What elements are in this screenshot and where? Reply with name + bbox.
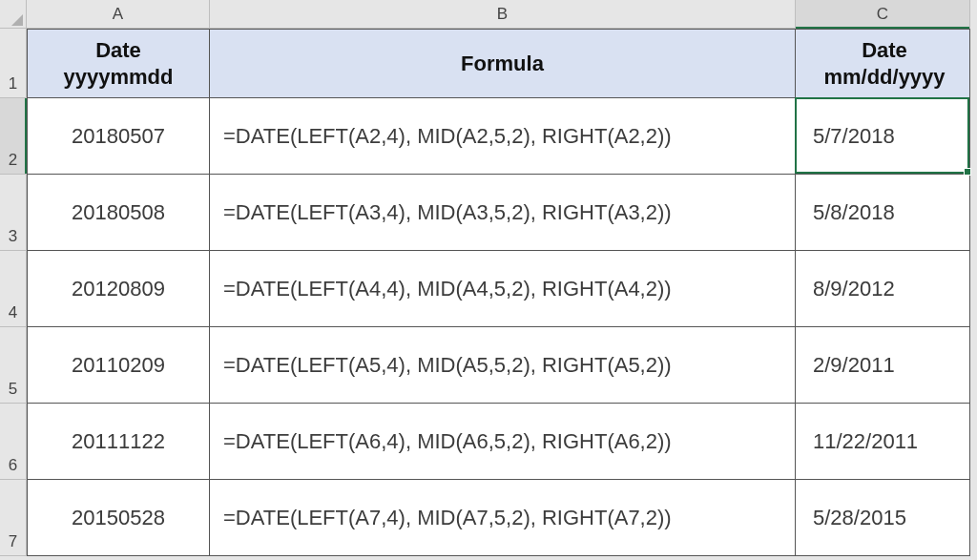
header-C: Date mm/dd/yyyy [823, 37, 945, 90]
cell-B6[interactable]: =DATE(LEFT(A6,4), MID(A6,5,2), RIGHT(A6,… [210, 404, 796, 480]
cell-A1[interactable]: Date yyyymmdd [27, 29, 210, 98]
cell-value: =DATE(LEFT(A3,4), MID(A3,5,2), RIGHT(A3,… [223, 200, 672, 225]
cell-A4[interactable]: 20120809 [27, 251, 210, 327]
cell-B4[interactable]: =DATE(LEFT(A4,4), MID(A4,5,2), RIGHT(A4,… [210, 251, 796, 327]
row-header-1[interactable]: 1 [0, 29, 27, 98]
cell-B1[interactable]: Formula [210, 29, 796, 98]
table-row: 20180508 =DATE(LEFT(A3,4), MID(A3,5,2), … [27, 175, 970, 251]
row-header-2[interactable]: 2 [0, 98, 27, 175]
cell-B5[interactable]: =DATE(LEFT(A5,4), MID(A5,5,2), RIGHT(A5,… [210, 327, 796, 404]
cell-value: 20111122 [72, 429, 165, 454]
cell-B7[interactable]: =DATE(LEFT(A7,4), MID(A7,5,2), RIGHT(A7,… [210, 480, 796, 556]
cell-B2[interactable]: =DATE(LEFT(A2,4), MID(A2,5,2), RIGHT(A2,… [210, 98, 796, 175]
column-header-C[interactable]: C [796, 0, 970, 29]
header-A: Date yyyymmdd [64, 37, 174, 90]
row-header-4[interactable]: 4 [0, 251, 27, 327]
cell-C1[interactable]: Date mm/dd/yyyy [796, 29, 970, 98]
table-row: 20110209 =DATE(LEFT(A5,4), MID(A5,5,2), … [27, 327, 970, 404]
cell-C4[interactable]: 8/9/2012 [796, 251, 970, 327]
cell-value: 8/9/2012 [813, 277, 895, 301]
cell-value: 20110209 [72, 353, 165, 378]
cell-value: 5/28/2015 [813, 506, 906, 530]
column-header-A[interactable]: A [27, 0, 210, 29]
cell-value: 5/8/2018 [813, 200, 895, 225]
cell-C3[interactable]: 5/8/2018 [796, 175, 970, 251]
header-row: Date yyyymmdd Formula Date mm/dd/yyyy [27, 29, 970, 98]
cell-value: =DATE(LEFT(A5,4), MID(A5,5,2), RIGHT(A5,… [223, 353, 672, 378]
cell-value: =DATE(LEFT(A6,4), MID(A6,5,2), RIGHT(A6,… [223, 429, 672, 454]
row-header-3[interactable]: 3 [0, 175, 27, 251]
select-all-corner[interactable] [0, 0, 27, 29]
row-header-6[interactable]: 6 [0, 404, 27, 480]
table-row: 20120809 =DATE(LEFT(A4,4), MID(A4,5,2), … [27, 251, 970, 327]
cell-A5[interactable]: 20110209 [27, 327, 210, 404]
grid: Date yyyymmdd Formula Date mm/dd/yyyy 20… [27, 29, 970, 556]
cell-value: 20120809 [72, 277, 165, 301]
cell-A2[interactable]: 20180507 [27, 98, 210, 175]
cell-value: 2/9/2011 [813, 353, 895, 378]
cell-value: 5/7/2018 [813, 124, 895, 149]
table-row: 20111122 =DATE(LEFT(A6,4), MID(A6,5,2), … [27, 404, 970, 480]
cell-value: 11/22/2011 [813, 429, 918, 454]
cell-C5[interactable]: 2/9/2011 [796, 327, 970, 404]
column-header-B[interactable]: B [210, 0, 796, 29]
cell-value: =DATE(LEFT(A7,4), MID(A7,5,2), RIGHT(A7,… [223, 506, 672, 530]
cell-value: 20180507 [72, 124, 165, 149]
row-headers: 1 2 3 4 5 6 7 [0, 29, 27, 556]
cell-A3[interactable]: 20180508 [27, 175, 210, 251]
cell-value: 20150528 [72, 506, 165, 530]
cell-A6[interactable]: 20111122 [27, 404, 210, 480]
cell-C7[interactable]: 5/28/2015 [796, 480, 970, 556]
row-header-5[interactable]: 5 [0, 327, 27, 404]
cell-C6[interactable]: 11/22/2011 [796, 404, 970, 480]
cell-value: =DATE(LEFT(A2,4), MID(A2,5,2), RIGHT(A2,… [223, 124, 672, 149]
cell-C2[interactable]: 5/7/2018 [796, 98, 970, 175]
cell-value: =DATE(LEFT(A4,4), MID(A4,5,2), RIGHT(A4,… [223, 277, 672, 301]
column-headers: A B C [27, 0, 970, 29]
table-row: 20150528 =DATE(LEFT(A7,4), MID(A7,5,2), … [27, 480, 970, 556]
spreadsheet: A B C 1 2 3 4 5 6 7 Date yyyymmdd Formul… [0, 0, 977, 560]
cell-value: 20180508 [72, 200, 165, 225]
row-header-7[interactable]: 7 [0, 480, 27, 556]
header-B: Formula [461, 51, 544, 77]
cell-A7[interactable]: 20150528 [27, 480, 210, 556]
table-row: 20180507 =DATE(LEFT(A2,4), MID(A2,5,2), … [27, 98, 970, 175]
cell-B3[interactable]: =DATE(LEFT(A3,4), MID(A3,5,2), RIGHT(A3,… [210, 175, 796, 251]
